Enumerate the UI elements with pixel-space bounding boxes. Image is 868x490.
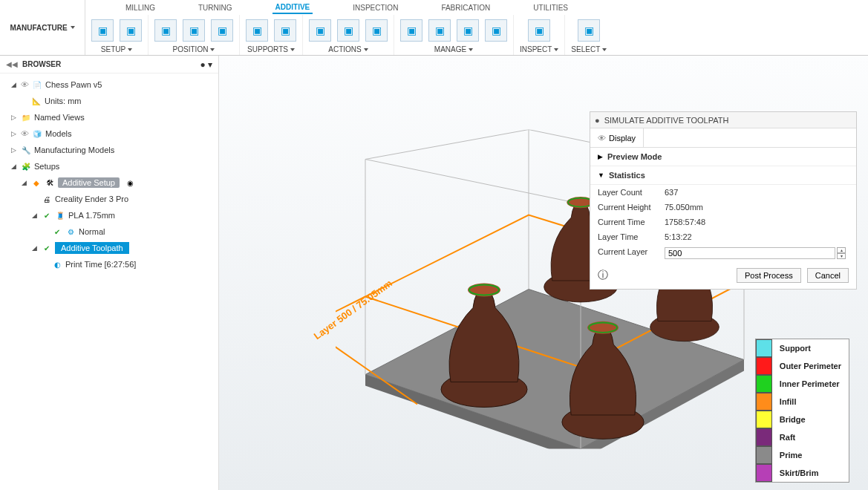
browser-options-icon[interactable]: ● ▾ — [200, 59, 212, 70]
legend-label: Prime — [772, 451, 810, 460]
post-process-button[interactable]: Post Process — [737, 268, 801, 283]
tool-group-position: ▣▣▣POSITION — [149, 15, 240, 55]
twisty-icon[interactable]: ▷ — [9, 130, 18, 137]
tab-utilities[interactable]: UTILITIES — [530, 2, 571, 13]
library-icon[interactable]: ▣ — [457, 19, 479, 42]
cancel-button[interactable]: Cancel — [807, 268, 849, 283]
percent-icon[interactable]: ▣ — [428, 19, 451, 42]
tab-turning[interactable]: TURNING — [195, 2, 235, 13]
section-preview-mode[interactable]: ▶ Preview Mode — [590, 148, 856, 166]
ruler-icon[interactable]: ▣ — [528, 19, 550, 42]
new-setup-icon[interactable]: ▣ — [120, 19, 142, 42]
support-pillar-icon[interactable]: ▣ — [274, 19, 296, 42]
support-block-icon[interactable]: ▣ — [246, 19, 268, 42]
mfg-icon: 🔧 — [21, 145, 31, 155]
twisty-icon[interactable]: ◢ — [30, 244, 39, 252]
tool-group-label[interactable]: POSITION — [173, 45, 215, 55]
tree-models[interactable]: ▷ 👁 🧊 Models — [0, 125, 218, 142]
ribbon-tabs: MILLINGTURNINGADDITIVEINSPECTIONFABRICAT… — [85, 0, 868, 55]
tool-group-label[interactable]: SELECT — [571, 45, 607, 55]
tab-additive[interactable]: ADDITIVE — [273, 1, 313, 14]
folder-open-icon[interactable]: ▣ — [91, 19, 114, 42]
browser-header[interactable]: ◀◀ BROWSER ● ▾ — [0, 56, 218, 74]
section-statistics[interactable]: ▼ Statistics — [590, 166, 856, 185]
legend-row: Skirt/Brim — [756, 464, 849, 482]
tool-group-manage: ▣▣▣▣MANAGE — [394, 15, 514, 55]
tree-machine[interactable]: 🖨 Creality Ender 3 Pro — [0, 191, 218, 207]
tree-toolpath[interactable]: ◢ ✔ Additive Toolpath — [0, 240, 218, 256]
twisty-icon[interactable]: ◢ — [19, 179, 28, 186]
component-icon: 📄 — [32, 79, 42, 90]
setups-icon: 🧩 — [21, 161, 31, 172]
cube-sim-icon[interactable]: ▣ — [337, 19, 359, 42]
eye-icon[interactable]: 👁 — [21, 129, 29, 138]
twisty-icon[interactable]: ◢ — [9, 81, 18, 88]
collapse-icon[interactable]: ◀◀ — [6, 60, 18, 68]
tree-root[interactable]: ◢ 👁 📄 Chess Pawn v5 — [0, 76, 218, 93]
stat-layer-time: Layer Time 5:13:22 — [590, 229, 856, 244]
stat-value: 637 — [665, 188, 678, 197]
tree-label: Normal — [79, 227, 105, 236]
workspace-switcher[interactable]: MANUFACTURE — [0, 0, 85, 55]
check-icon: ✔ — [42, 243, 52, 253]
tab-milling[interactable]: MILLING — [123, 2, 158, 13]
stat-value: 1758:57:48 — [665, 218, 705, 226]
gcode-icon[interactable]: ▣ — [365, 19, 388, 42]
stat-key: Current Layer — [598, 247, 665, 259]
tool-group-label[interactable]: INSPECT — [520, 45, 558, 55]
spin-down-icon[interactable]: ▾ — [837, 253, 846, 259]
check-icon: ✔ — [42, 210, 52, 220]
radio-icon[interactable]: ◉ — [125, 177, 136, 188]
pin-icon[interactable]: ▣ — [211, 19, 233, 42]
tool-group-actions: ▣▣▣ACTIONS — [303, 15, 394, 55]
tool-group-label[interactable]: ACTIONS — [328, 45, 368, 55]
tree-additive-setup[interactable]: ◢ ◆ 🛠 Additive Setup ◉ — [0, 174, 218, 191]
folder-icon: 📁 — [21, 112, 31, 122]
move-icon[interactable]: ▣ — [154, 19, 177, 42]
tree-preset[interactable]: ✔ ⚙ Normal — [0, 223, 218, 240]
tool-group-supports: ▣▣SUPPORTS — [240, 15, 303, 55]
tree-label: Additive Toolpath — [55, 242, 129, 254]
tree-label: Manufacturing Models — [34, 146, 114, 154]
eye-icon[interactable]: 👁 — [21, 80, 29, 89]
layer-spinner[interactable]: ▴▾ — [837, 247, 846, 259]
tab-display[interactable]: 👁 Display — [590, 128, 644, 147]
tree-setups[interactable]: ◢ 🧩 Setups — [0, 158, 218, 174]
stat-key: Current Time — [598, 218, 665, 226]
twisty-icon[interactable]: ▷ — [9, 114, 18, 121]
grid-icon[interactable]: ▣ — [183, 19, 205, 42]
chevron-down-icon — [71, 26, 75, 29]
twisty-icon[interactable]: ◢ — [30, 212, 39, 219]
tool-group-label[interactable]: SETUP — [101, 45, 132, 55]
tool-group-select: ▣SELECT — [565, 15, 613, 55]
twisty-icon[interactable]: ▷ — [9, 146, 18, 154]
tree-mfg-models[interactable]: ▷ 🔧 Manufacturing Models — [0, 142, 218, 158]
stat-current-layer: Current Layer ▴▾ — [590, 244, 856, 262]
tree-print-time[interactable]: ◐ Print Time [6:27:56] — [0, 256, 218, 272]
tab-fabrication[interactable]: FABRICATION — [438, 2, 493, 13]
spin-up-icon[interactable]: ▴ — [837, 247, 846, 253]
twisty-icon[interactable]: ◢ — [9, 163, 18, 170]
tree-material[interactable]: ◢ ✔ 🧵 PLA 1.75mm — [0, 207, 218, 223]
stat-value: 75.050mm — [665, 203, 703, 212]
simulate-tabs: 👁 Display — [590, 128, 856, 148]
tree-named-views[interactable]: ▷ 📁 Named Views — [0, 109, 218, 125]
tool-group-label[interactable]: SUPPORTS — [247, 45, 295, 55]
simulate-panel-title: ● SIMULATE ADDITIVE TOOLPATH — [590, 112, 856, 128]
info-icon[interactable]: ⓘ — [598, 269, 608, 282]
marquee-icon[interactable]: ▣ — [578, 19, 600, 42]
tree-units[interactable]: 📐 Units: mm — [0, 93, 218, 109]
viewport-3d[interactable]: Layer 500 / 75.05mm ⬆ ● SIMULATE ADDITIV… — [219, 56, 868, 490]
stat-value: 5:13:22 — [665, 232, 692, 241]
report-icon[interactable]: ▣ — [485, 19, 507, 42]
timer-icon[interactable]: ▣ — [400, 19, 422, 42]
tree-label: Creality Ender 3 Pro — [55, 195, 128, 203]
setup-icon: 🛠 — [45, 177, 55, 188]
current-layer-input[interactable] — [665, 247, 835, 259]
tool-strip: ▣▣SETUP▣▣▣POSITION▣▣SUPPORTS▣▣▣ACTIONS▣▣… — [85, 15, 868, 55]
layers-icon[interactable]: ▣ — [309, 19, 331, 42]
tab-inspection[interactable]: INSPECTION — [350, 2, 401, 13]
legend-row: Bridge — [756, 411, 849, 428]
tool-group-label[interactable]: MANAGE — [434, 45, 473, 55]
twisty-down-icon: ▼ — [598, 172, 604, 179]
